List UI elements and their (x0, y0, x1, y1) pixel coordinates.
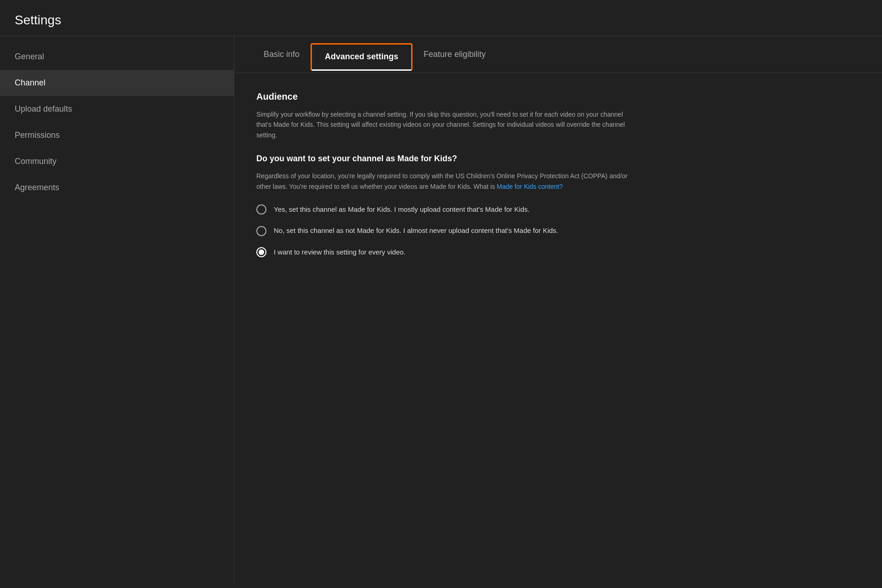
content-area: Audience Simplify your workflow by selec… (234, 73, 694, 276)
radio-circle-yes-kids (256, 204, 266, 215)
made-for-kids-link[interactable]: Made for Kids content? (497, 183, 563, 190)
tab-feature-eligibility[interactable]: Feature eligibility (413, 36, 497, 73)
tab-basic-info[interactable]: Basic info (253, 36, 311, 73)
radio-option-review-each[interactable]: I want to review this setting for every … (256, 247, 672, 258)
radio-option-yes-kids[interactable]: Yes, set this channel as Made for Kids. … (256, 204, 672, 215)
radio-label-review-each: I want to review this setting for every … (274, 247, 406, 258)
sidebar: GeneralChannelUpload defaultsPermissions… (0, 36, 234, 585)
page-title: Settings (15, 13, 867, 28)
tabs-bar: Basic infoAdvanced settingsFeature eligi… (234, 36, 882, 73)
audience-description: Simplify your workflow by selecting a ch… (256, 109, 633, 140)
sidebar-item-upload-defaults[interactable]: Upload defaults (0, 96, 234, 122)
tab-advanced-settings[interactable]: Advanced settings (311, 43, 413, 71)
audience-title: Audience (256, 91, 672, 102)
legal-text: Regardless of your location, you're lega… (256, 171, 633, 192)
sidebar-item-permissions[interactable]: Permissions (0, 122, 234, 148)
question-title: Do you want to set your channel as Made … (256, 154, 672, 164)
layout: GeneralChannelUpload defaultsPermissions… (0, 36, 882, 585)
sidebar-item-general[interactable]: General (0, 44, 234, 70)
radio-circle-no-kids (256, 226, 266, 236)
sidebar-item-channel[interactable]: Channel (0, 70, 234, 96)
radio-circle-review-each (256, 247, 266, 257)
sidebar-item-agreements[interactable]: Agreements (0, 175, 234, 201)
radio-label-no-kids: No, set this channel as not Made for Kid… (274, 226, 558, 236)
radio-label-yes-kids: Yes, set this channel as Made for Kids. … (274, 204, 530, 215)
radio-options: Yes, set this channel as Made for Kids. … (256, 204, 672, 258)
sidebar-item-community[interactable]: Community (0, 148, 234, 175)
radio-option-no-kids[interactable]: No, set this channel as not Made for Kid… (256, 226, 672, 236)
main-content: Basic infoAdvanced settingsFeature eligi… (234, 36, 882, 585)
page-header: Settings (0, 0, 882, 36)
audience-section: Audience Simplify your workflow by selec… (256, 91, 672, 257)
